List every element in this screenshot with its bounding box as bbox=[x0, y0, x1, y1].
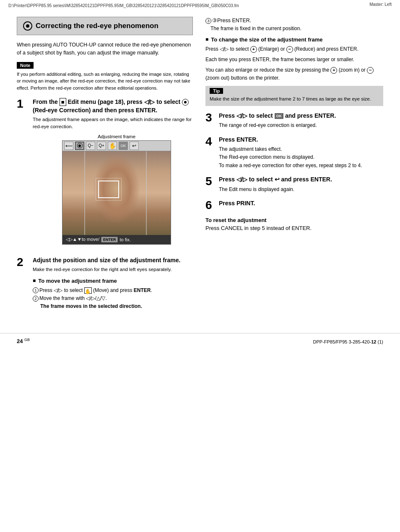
step-4-content: Press ENTER. The adjustment takes effect… bbox=[219, 136, 383, 170]
step-5: 5 Press ◁/▷ to select ↩ and press ENTER.… bbox=[205, 176, 383, 194]
step-6-main: Press PRINT. bbox=[219, 199, 383, 208]
step-1-number: 1 bbox=[17, 98, 29, 110]
press-enter-continuation: 3③Press ENTER. The frame is fixed in the… bbox=[205, 17, 383, 32]
step-4: 4 Press ENTER. The adjustment takes effe… bbox=[205, 136, 383, 170]
step-3-sub: The range of red-eye correction is enlar… bbox=[219, 121, 383, 129]
toolbar-hand-icon[interactable]: ✋ bbox=[108, 142, 117, 150]
ok-icon: OK bbox=[275, 113, 284, 119]
section-title-box: Correcting the red-eye phenomenon bbox=[17, 17, 193, 35]
toolbar-zoom-out-icon[interactable]: Q− bbox=[86, 142, 95, 150]
step-5-number: 5 bbox=[205, 176, 215, 187]
redeye-icon bbox=[23, 21, 32, 31]
tip-box: Tip Make the size of the adjustment fram… bbox=[205, 86, 383, 106]
step-6-number: 6 bbox=[205, 199, 215, 211]
toolbar-undo-icon[interactable]: ↩ bbox=[130, 142, 139, 150]
step-3-content: Press ◁/▷ to select OK and press ENTER. … bbox=[219, 112, 383, 130]
change-size-text3: You can also enlarge or reduce the size … bbox=[205, 66, 383, 82]
move-instruction: ◁▷▲▼to move/ ENTER to fix. bbox=[62, 235, 171, 244]
toolbar-zoom-in-icon[interactable]: Q+ bbox=[97, 142, 106, 150]
step-2-number: 2 bbox=[17, 256, 29, 268]
step-3: 3 Press ◁/▷ to select OK and press ENTER… bbox=[205, 112, 383, 130]
change-size-title: To change the size of the adjustment fra… bbox=[205, 36, 383, 43]
tip-label: Tip bbox=[210, 88, 223, 94]
page-footer: 24 GB DPP-FP85/FP95 3-285-420-12 (1) bbox=[0, 333, 400, 349]
change-size-text2: Each time you press ENTER, the frame bec… bbox=[205, 56, 383, 64]
page-header: D:\Printer\DPPFP85.95 series\IM\32854201… bbox=[0, 0, 400, 8]
image-toolbar: ⟵ Q− Q+ ✋ OK ↩ bbox=[62, 141, 171, 151]
reset-text: Press CANCEL in step 5 instead of ENTER. bbox=[205, 225, 383, 231]
footer-model: DPP-FP85/FP95 3-285-420-12 (1) bbox=[313, 339, 383, 344]
circle-2: 2 bbox=[33, 296, 39, 302]
step-4-sub3: To make a red-eye correction for other e… bbox=[219, 162, 383, 170]
step-4-main: Press ENTER. bbox=[219, 136, 383, 144]
step-5-sub: The Edit menu is displayed again. bbox=[219, 186, 383, 194]
return-icon: ↩ bbox=[275, 176, 280, 184]
step-3-main: Press ◁/▷ to select OK and press ENTER. bbox=[219, 112, 383, 120]
move-step-2: 2Move the frame with ◁/▷/△/▽. bbox=[33, 294, 193, 302]
step-6: 6 Press PRINT. bbox=[205, 199, 383, 211]
reset-title: To reset the adjustment bbox=[205, 217, 383, 223]
step-5-main: Press ◁/▷ to select ↩ and press ENTER. bbox=[219, 176, 383, 184]
to-fix-text: to fix. bbox=[119, 237, 130, 242]
redeye-icon-inline bbox=[182, 99, 189, 106]
toolbar-redeye-icon[interactable] bbox=[75, 142, 84, 150]
circle-3-line: 3③Press ENTER. bbox=[205, 17, 383, 25]
vertical-line-left bbox=[84, 151, 85, 235]
reduce-icon bbox=[286, 46, 293, 53]
press-enter-sub: The frame is fixed in the current positi… bbox=[210, 25, 383, 32]
step-1: 1 From the ■ Edit menu (page 18), press … bbox=[17, 98, 193, 251]
section-title: Correcting the red-eye phenomenon bbox=[23, 21, 187, 31]
step-2: 2 Adjust the position and size of the ad… bbox=[17, 256, 193, 310]
step-4-number: 4 bbox=[205, 136, 215, 147]
step-4-sub2: The Red-eye correction menu is displayed… bbox=[219, 153, 383, 161]
selection-box bbox=[98, 181, 119, 198]
step-3-number: 3 bbox=[205, 112, 215, 124]
circle-3: 3 bbox=[205, 18, 211, 24]
step-1-main: From the ■ Edit menu (page 18), press ◁/… bbox=[33, 98, 193, 114]
note-content: If you perform additional editing, such … bbox=[17, 71, 193, 92]
move-subsection-title: To move the adjustment frame bbox=[33, 278, 193, 284]
intro-text: When pressing AUTO TOUCH-UP cannot reduc… bbox=[17, 41, 193, 57]
adjustment-frame-area: Adjustment frame ⟵ Q− Q+ ✋ bbox=[33, 131, 193, 249]
zoom-out-icon-inline bbox=[367, 67, 374, 74]
page-content: Correcting the red-eye phenomenon When p… bbox=[0, 8, 400, 325]
step-2-sub: Make the red-eye correction for the righ… bbox=[33, 266, 193, 273]
right-column: 3③Press ENTER. The frame is fixed in the… bbox=[205, 17, 383, 316]
photo-area bbox=[62, 151, 171, 235]
adjustment-frame-label: Adjustment frame bbox=[62, 134, 171, 139]
step-1-sub: The adjustment frame appears on the imag… bbox=[33, 116, 193, 131]
move-arrows: ◁▷▲▼to move/ bbox=[66, 237, 99, 242]
photo-image: ⟵ Q− Q+ ✋ OK ↩ bbox=[62, 140, 171, 245]
tip-content: Make the size of the adjustment frame 2 … bbox=[210, 96, 379, 103]
step-1-content: From the ■ Edit menu (page 18), press ◁/… bbox=[33, 98, 193, 251]
step-5-content: Press ◁/▷ to select ↩ and press ENTER. T… bbox=[219, 176, 383, 194]
note-label: Note bbox=[17, 62, 34, 69]
step-4-sub1: The adjustment takes effect. bbox=[219, 145, 383, 153]
left-column: Correcting the red-eye phenomenon When p… bbox=[17, 17, 193, 316]
step-2-content: Adjust the position and size of the adju… bbox=[33, 256, 193, 310]
change-size-text1: Press ◁/▷ to select (Enlarge) or (Reduce… bbox=[205, 45, 383, 53]
step-2-main: Adjust the position and size of the adju… bbox=[33, 256, 193, 265]
step-6-content: Press PRINT. bbox=[219, 199, 383, 209]
vertical-line-right bbox=[146, 151, 147, 235]
page-number: 24 GB bbox=[17, 338, 30, 344]
move-hand-icon: ✋ bbox=[84, 287, 92, 294]
toolbar-ok-icon[interactable]: OK bbox=[119, 142, 128, 150]
enter-key: ENTER bbox=[101, 237, 118, 243]
zoom-in-icon-inline bbox=[330, 67, 337, 74]
move-step-1: 1Press ◁/▷ to select ✋ (Move) and press … bbox=[33, 287, 193, 294]
circle-1: 1 bbox=[33, 287, 39, 293]
enlarge-icon bbox=[250, 46, 257, 53]
move-step-3: The frame moves in the selected directio… bbox=[40, 302, 193, 310]
toolbar-back-icon[interactable]: ⟵ bbox=[64, 142, 73, 150]
toolbar-redeye-symbol bbox=[77, 143, 83, 148]
